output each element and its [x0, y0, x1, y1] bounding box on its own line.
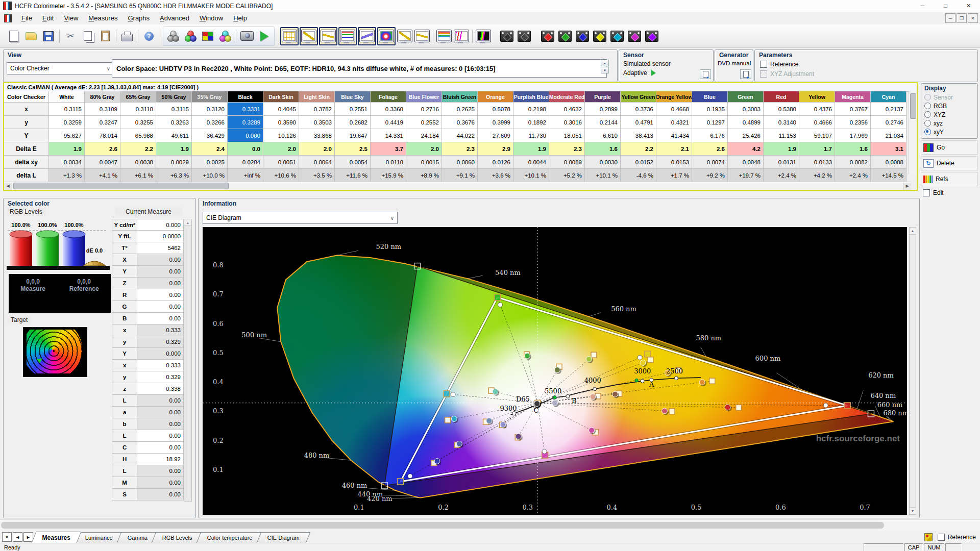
measure-cell[interactable]: 0.2682: [335, 116, 371, 129]
measure-cell[interactable]: 0.3590: [263, 116, 299, 129]
save-button[interactable]: [40, 28, 57, 44]
reference-point[interactable]: [591, 352, 597, 358]
measure-cell[interactable]: 0.3503: [299, 116, 335, 129]
measure-cell[interactable]: 2.2: [621, 142, 656, 156]
measured-point[interactable]: [640, 360, 646, 365]
measure-cell[interactable]: 0.3247: [85, 116, 120, 129]
measure-cell[interactable]: +6.1 %: [120, 169, 156, 182]
about-button[interactable]: ?: [141, 28, 157, 44]
measured-point[interactable]: [590, 394, 596, 399]
column-header-orange-yellow[interactable]: Orange Yellow: [656, 91, 692, 103]
display-radio-xyz[interactable]: xyz: [924, 119, 974, 128]
measure-cell[interactable]: 0.0204: [228, 156, 263, 169]
scroll-left-icon[interactable]: ◀: [4, 183, 12, 190]
measure-cell[interactable]: 0.0153: [656, 156, 692, 169]
measure-cell[interactable]: 0.0060: [442, 156, 478, 169]
measured-point[interactable]: [493, 389, 498, 394]
measure-cell[interactable]: 0.3140: [764, 116, 799, 129]
measure-cell[interactable]: 6.610: [585, 129, 621, 142]
measure-cell[interactable]: -4.6 %: [621, 169, 656, 182]
measure-cell[interactable]: 0.3255: [120, 116, 156, 129]
measure-cell[interactable]: 2.2: [120, 142, 156, 156]
scroll-right-icon[interactable]: ▶: [903, 183, 911, 190]
mdi-minimize-icon[interactable]: ─: [945, 13, 955, 23]
measure-cell[interactable]: 0.3115: [49, 103, 85, 116]
measure-cell[interactable]: 1.6: [835, 142, 871, 156]
current-measure-scrollbar[interactable]: ▲: [184, 219, 192, 502]
measure-cell[interactable]: 0.3360: [371, 103, 406, 116]
measure-cell[interactable]: 2.3: [549, 142, 585, 156]
measure-cell[interactable]: 1.9: [764, 142, 799, 156]
measure-cell[interactable]: 17.969: [835, 129, 871, 142]
measure-cell[interactable]: 3.1: [871, 142, 906, 156]
measure-cell[interactable]: 38.413: [621, 129, 656, 142]
measure-cell[interactable]: 0.3331: [228, 103, 263, 116]
measure-cell[interactable]: +6.3 %: [156, 169, 192, 182]
menu-file[interactable]: File: [16, 13, 37, 23]
measure-cell[interactable]: +5.2 %: [549, 169, 585, 182]
gamut-target-marker[interactable]: [844, 403, 850, 409]
column-header-orange[interactable]: Orange: [478, 91, 513, 103]
measure-cell[interactable]: 2.5: [335, 142, 371, 156]
measure-cell[interactable]: 25.426: [728, 129, 764, 142]
measure-cell[interactable]: 14.331: [371, 129, 406, 142]
measure-cell[interactable]: 0.2356: [835, 116, 871, 129]
measure-cell[interactable]: 0.0082: [835, 156, 871, 169]
cut-button[interactable]: ✂: [62, 28, 79, 44]
chart-grid-button[interactable]: [280, 27, 299, 45]
measure-cell[interactable]: 65.988: [120, 129, 156, 142]
measure-cell[interactable]: 0.0131: [764, 156, 799, 169]
chart-lum2-button[interactable]: [397, 28, 413, 44]
measure-cell[interactable]: 11.153: [764, 129, 799, 142]
measure-cell[interactable]: 2.0: [299, 142, 335, 156]
measures-vertical-scrollbar[interactable]: [909, 91, 917, 174]
measure-cell[interactable]: 0.0030: [585, 156, 621, 169]
column-header-bluish-green[interactable]: Bluish Green: [442, 91, 478, 103]
tab-close-icon[interactable]: ✕: [2, 532, 12, 542]
measure-cell[interactable]: 0.0025: [192, 156, 228, 169]
menu-measures[interactable]: Measures: [83, 13, 122, 23]
column-header-magenta[interactable]: Magenta: [835, 91, 871, 103]
measure-cell[interactable]: +14.5 %: [871, 169, 906, 182]
delete-button[interactable]: ↻ Delete: [921, 156, 978, 170]
cie-diagram[interactable]: 9300D655500400030002500ABC520 nm540 nm56…: [203, 227, 907, 515]
print-button[interactable]: [119, 28, 135, 44]
cmy-balls-button[interactable]: [217, 28, 233, 44]
paste-button[interactable]: [97, 28, 113, 44]
gamut-target-marker[interactable]: [645, 351, 651, 357]
measure-cell[interactable]: 0.2198: [513, 103, 549, 116]
film-purple-button[interactable]: [644, 28, 660, 44]
film-magenta-button[interactable]: [626, 28, 643, 44]
measure-cell[interactable]: 0.1935: [692, 103, 728, 116]
reference-checkbox[interactable]: Reference: [760, 61, 798, 68]
menu-view[interactable]: View: [59, 13, 83, 23]
film-red-button[interactable]: [540, 28, 556, 44]
menu-window[interactable]: Window: [194, 13, 228, 23]
measure-cell[interactable]: 4.2: [728, 142, 764, 156]
measure-cell[interactable]: 0.4321: [656, 116, 692, 129]
measure-cell[interactable]: 0.2137: [871, 103, 906, 116]
mdi-close-icon[interactable]: ✕: [968, 13, 978, 23]
measure-cell[interactable]: +3.6 %: [478, 169, 513, 182]
xyz-adjustment-checkbox[interactable]: XYZ Adjustment: [760, 70, 814, 78]
measure-cell[interactable]: 0.4899: [728, 116, 764, 129]
measure-cell[interactable]: 0.2746: [871, 116, 906, 129]
measured-point[interactable]: [500, 422, 506, 428]
measure-cell[interactable]: 0.3259: [49, 116, 85, 129]
chart-cie-button[interactable]: [377, 27, 396, 45]
generator-config-button[interactable]: [740, 69, 751, 79]
measure-cell[interactable]: 2.9: [478, 142, 513, 156]
measure-cell[interactable]: 2.3: [442, 142, 478, 156]
measure-cell[interactable]: 0.1892: [513, 116, 549, 129]
tab-cie-diagram[interactable]: CIE Diagram: [256, 532, 310, 543]
measures-horizontal-scrollbar[interactable]: ◀ ▶: [4, 182, 911, 190]
measure-cell[interactable]: 0.0047: [85, 156, 120, 169]
measure-cell[interactable]: 2.4: [192, 142, 228, 156]
menu-edit[interactable]: Edit: [37, 13, 59, 23]
measure-cell[interactable]: 2.1: [656, 142, 692, 156]
column-header-blue-sky[interactable]: Blue Sky: [335, 91, 371, 103]
column-header-green[interactable]: Green: [728, 91, 764, 103]
film-blue-button[interactable]: [574, 28, 591, 44]
measure-cell[interactable]: +1.7 %: [656, 169, 692, 182]
column-header-moderate-red[interactable]: Moderate Red: [549, 91, 585, 103]
